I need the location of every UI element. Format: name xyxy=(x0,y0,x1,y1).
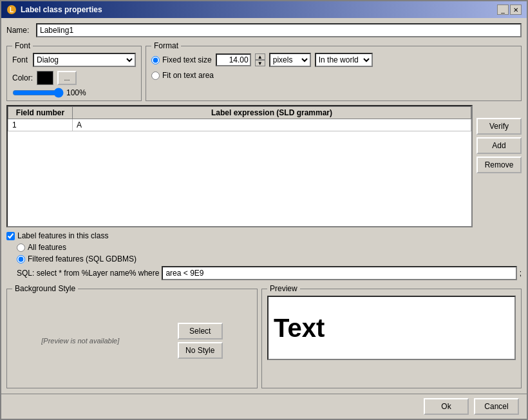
name-label: Name: xyxy=(6,26,32,35)
preview-fieldset: Preview Text xyxy=(261,284,522,388)
spin-buttons: ▲ ▼ xyxy=(255,53,265,66)
fixed-size-radio-label[interactable]: Fixed text size xyxy=(151,55,212,64)
expression-cell: A xyxy=(73,119,471,131)
label-checkbox-row: Label features in this class xyxy=(6,231,522,240)
fit-text-radio-label[interactable]: Fit on text area xyxy=(151,71,214,80)
world-select[interactable]: In the world On screen xyxy=(315,53,373,67)
dialog-content: Name: Font Font Dialog Color: ... xyxy=(1,18,527,394)
cancel-button[interactable]: Cancel xyxy=(474,398,519,415)
add-button[interactable]: Add xyxy=(476,137,522,154)
sql-prefix: SQL: select * from %Layer name% where xyxy=(17,269,159,278)
table-section: Field number Label expression (SLD gramm… xyxy=(6,105,522,227)
background-buttons: Select No Style xyxy=(178,323,223,359)
title-bar: L Label class properties _ ✕ xyxy=(1,1,527,18)
label-checkbox[interactable] xyxy=(6,232,15,240)
sql-suffix: ; xyxy=(520,269,522,278)
preview-content: Text xyxy=(267,296,516,360)
field-number-cell: 1 xyxy=(8,119,73,131)
spin-down-button[interactable]: ▼ xyxy=(255,60,265,66)
opacity-label: 100% xyxy=(66,88,86,97)
fixed-size-row: Fixed text size ▲ ▼ pixels points mm cm xyxy=(151,53,516,67)
background-legend: Background Style xyxy=(12,284,78,293)
size-input[interactable] xyxy=(216,53,251,66)
table-container: Field number Label expression (SLD gramm… xyxy=(6,105,473,227)
fixed-size-radio[interactable] xyxy=(151,56,160,64)
close-button[interactable]: ✕ xyxy=(510,5,522,15)
format-legend: Format xyxy=(151,41,181,50)
fixed-size-label: Fixed text size xyxy=(162,55,212,64)
label-checkbox-label: Label features in this class xyxy=(17,231,108,240)
font-fieldset: Font Font Dialog Color: ... 100% xyxy=(6,41,142,101)
label-options: Label features in this class All feature… xyxy=(6,231,522,280)
fit-text-radio[interactable] xyxy=(151,72,160,80)
preview-legend: Preview xyxy=(267,284,300,293)
opacity-slider[interactable] xyxy=(12,88,64,98)
font-row: Font Dialog xyxy=(12,53,136,67)
verify-button[interactable]: Verify xyxy=(476,118,522,135)
preview-not-available-label: [Preview is not available] xyxy=(41,337,119,345)
bottom-row: Background Style [Preview is not availab… xyxy=(6,284,522,388)
spin-up-button[interactable]: ▲ xyxy=(255,53,265,60)
color-label: Color: xyxy=(12,73,33,82)
col-field-number: Field number xyxy=(8,107,73,119)
select-button[interactable]: Select xyxy=(178,323,223,339)
font-select[interactable]: Dialog xyxy=(33,53,136,67)
name-row: Name: xyxy=(6,23,522,37)
opacity-row: 100% xyxy=(12,88,136,98)
minimize-button[interactable]: _ xyxy=(497,5,509,15)
dialog-window: L Label class properties _ ✕ Name: Font … xyxy=(0,0,528,420)
dialog-title: Label class properties xyxy=(21,5,102,14)
font-format-row: Font Font Dialog Color: ... 100% xyxy=(6,41,522,101)
table-buttons: Verify Add Remove xyxy=(476,105,522,227)
dialog-footer: Ok Cancel xyxy=(1,394,527,419)
name-input[interactable] xyxy=(36,23,522,37)
all-features-row: All features xyxy=(17,243,522,252)
app-icon: L xyxy=(6,5,17,15)
format-fieldset: Format Fixed text size ▲ ▼ pixels points xyxy=(146,41,522,101)
background-fieldset: Background Style [Preview is not availab… xyxy=(6,284,258,388)
remove-button[interactable]: Remove xyxy=(476,157,522,173)
no-style-button[interactable]: No Style xyxy=(178,342,223,359)
fit-text-row: Fit on text area xyxy=(151,71,516,80)
col-expression: Label expression (SLD grammar) xyxy=(73,107,471,119)
filtered-features-label: Filtered features (SQL GDBMS) xyxy=(28,254,137,263)
filtered-features-row: Filtered features (SQL GDBMS) xyxy=(17,254,522,263)
title-buttons: _ ✕ xyxy=(497,5,522,15)
table-row[interactable]: 1A xyxy=(8,119,471,131)
preview-text: Text xyxy=(274,314,325,343)
sql-input[interactable] xyxy=(162,266,516,280)
color-picker-button[interactable]: ... xyxy=(57,71,77,85)
unit-select[interactable]: pixels points mm cm xyxy=(269,53,311,67)
title-bar-left: L Label class properties xyxy=(6,5,102,15)
color-row: Color: ... xyxy=(12,71,136,85)
all-features-radio[interactable] xyxy=(17,243,25,252)
filtered-features-radio[interactable] xyxy=(17,255,25,263)
fit-text-label: Fit on text area xyxy=(162,71,214,80)
ok-button[interactable]: Ok xyxy=(424,398,469,415)
sql-row: SQL: select * from %Layer name% where ; xyxy=(17,266,522,280)
background-content: [Preview is not available] Select No Sty… xyxy=(12,296,252,385)
font-legend: Font xyxy=(12,41,33,50)
svg-text:L: L xyxy=(10,6,14,14)
color-swatch[interactable] xyxy=(37,71,53,85)
expression-table: Field number Label expression (SLD gramm… xyxy=(8,106,471,131)
font-label: Font xyxy=(12,55,30,64)
all-features-label: All features xyxy=(28,243,66,252)
